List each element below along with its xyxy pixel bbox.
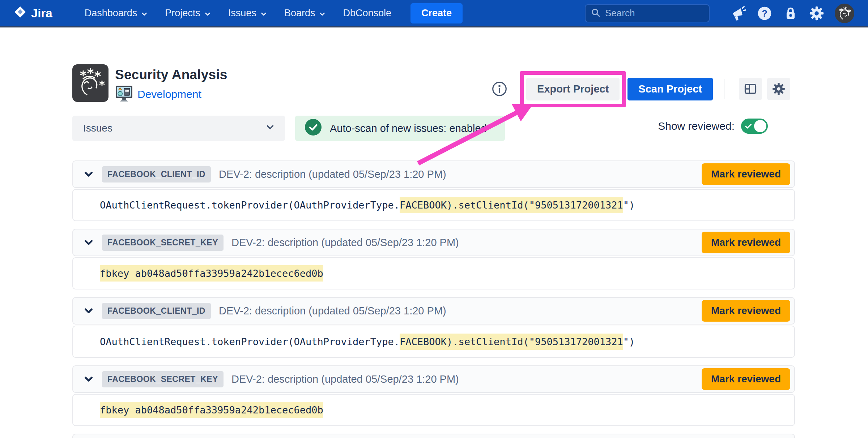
svg-text:?: ? [762,8,767,18]
finding-type-badge: FACEBOOK_SECRET_KEY [102,235,224,251]
show-reviewed-toggle[interactable] [741,119,768,134]
search-icon [591,8,601,19]
mark-reviewed-button[interactable]: Mark reviewed [702,163,790,185]
chevron-down-icon [318,9,326,17]
issue-row-body: OAuthClientRequest.tokenProvider(OAuthPr… [72,189,795,221]
issue-row-header: FACEBOOK_SECRET_KEY DEV-2: description (… [72,365,795,393]
view-selector-value: Issues [83,123,112,134]
nav-item-dbconsole[interactable]: DbConsole [343,8,391,19]
scan-project-button[interactable]: Scan Project [627,78,713,100]
collapse-chevron-icon[interactable] [82,168,95,180]
code-snippet: OAuthClientRequest.tokenProvider(OAuthPr… [100,336,635,347]
project-avatar [72,64,109,102]
show-reviewed-label: Show reviewed: [658,120,735,132]
nav-item-boards[interactable]: Boards [284,8,327,19]
chevron-down-icon [140,9,148,17]
divider [724,79,724,99]
view-selector-dropdown[interactable]: Issues [72,116,285,141]
issue-row-body: fbkey ab048ad50ffa33959a242b1ecec6ed0b [72,257,795,289]
highlighted-secret: fbkey ab048ad50ffa33959a242b1ecec6ed0b [100,265,323,282]
chevron-down-icon [204,9,212,17]
collapse-chevron-icon[interactable] [82,373,95,385]
mark-reviewed-button[interactable]: Mark reviewed [702,300,790,322]
autoscan-status-banner: Auto-scan of new issues: enabled [295,116,505,141]
jira-logo-icon [14,5,27,21]
collapse-chevron-icon[interactable] [82,236,95,249]
nav-item-dashboards[interactable]: Dashboards [85,8,149,19]
issue-meta-text: DEV-2: description (updated 05/Sep/23 1:… [231,373,459,385]
search-input[interactable] [605,8,704,19]
code-snippet: OAuthClientRequest.tokenProvider(OAuthPr… [100,199,635,211]
highlighted-secret: fbkey ab048ad50ffa33959a242b1ecec6ed0b [100,402,323,418]
project-settings-gear-icon[interactable] [767,78,790,100]
issue-meta-text: DEV-2: description (updated 05/Sep/23 1:… [219,305,446,317]
issue-row: FACEBOOK_CLIENT_ID DEV-2: description (u… [72,160,795,221]
page-title-block: Security Analysis Development [115,67,227,103]
create-button[interactable]: Create [410,3,463,23]
finding-type-badge: FACEBOOK_CLIENT_ID [102,166,211,182]
toggle-knob [754,120,766,132]
show-reviewed-control: Show reviewed: [658,119,768,134]
board-layout-icon[interactable] [739,78,762,100]
issue-row: FACEBOOK_CLIENT_ID DEV-2: description (u… [72,297,795,358]
chevron-down-icon [260,9,268,17]
info-icon[interactable] [492,81,507,97]
issue-row-header: FACEBOOK_CLIENT_ID DEV-2: description (u… [72,160,795,188]
check-circle-icon [305,119,322,138]
finding-type-badge: FACEBOOK_CLIENT_ID [102,303,211,319]
lock-icon[interactable] [782,5,799,22]
collapse-chevron-icon[interactable] [82,305,95,317]
jira-brand[interactable]: Jira [14,5,52,21]
issue-row: FACEBOOK_SECRET_KEY DEV-2: description (… [72,229,795,289]
issue-row-header: FACEBOOK_SECRET_KEY DEV-2: description (… [72,229,795,256]
project-type-icon [115,85,133,103]
issue-row-body: OAuthClientRequest.tokenProvider(OAuthPr… [72,326,795,358]
mark-reviewed-button[interactable]: Mark reviewed [702,368,790,390]
highlighted-secret: FACEBOOK).setClientId("950513172001321 [400,334,623,350]
brand-label: Jira [31,7,52,20]
issue-meta-text: DEV-2: description (updated 05/Sep/23 1:… [219,168,446,180]
issue-row-header: FACEBOOK_CLIENT_ID DEV-2: description (u… [72,297,795,325]
highlighted-secret: FACEBOOK).setClientId("950513172001321 [400,197,623,213]
mark-reviewed-button[interactable]: Mark reviewed [702,232,790,253]
settings-icon[interactable] [808,5,825,22]
autoscan-status-text: Auto-scan of new issues: enabled [330,123,487,134]
help-icon[interactable]: ? [756,5,773,22]
issue-meta-text: DEV-2: description (updated 05/Sep/23 1:… [231,237,459,249]
header-actions: Export Project Scan Project [492,77,790,100]
export-project-wrap: Export Project [526,78,620,100]
project-link[interactable]: Development [137,88,201,100]
user-avatar[interactable] [835,4,854,23]
announcement-icon[interactable] [730,5,747,22]
top-navbar: Jira Dashboards Projects Issues Boards D… [0,0,868,27]
issue-row-body: fbkey ab048ad50ffa33959a242b1ecec6ed0b [72,394,795,426]
chevron-down-icon [265,122,276,135]
global-search[interactable] [585,4,710,22]
nav-item-issues[interactable]: Issues [228,8,268,19]
nav-item-projects[interactable]: Projects [165,8,212,19]
finding-type-badge: FACEBOOK_SECRET_KEY [102,371,224,387]
code-snippet: fbkey ab048ad50ffa33959a242b1ecec6ed0b [100,404,323,416]
issue-row: FACEBOOK_SECRET_KEY DEV-2: description (… [72,365,795,426]
export-project-button[interactable]: Export Project [526,78,620,100]
issues-list: FACEBOOK_CLIENT_ID DEV-2: description (u… [72,160,795,438]
code-snippet: fbkey ab048ad50ffa33959a242b1ecec6ed0b [100,268,323,279]
page-title: Security Analysis [115,67,227,82]
issue-row-partial [72,434,795,438]
issue-row-header [72,434,795,438]
